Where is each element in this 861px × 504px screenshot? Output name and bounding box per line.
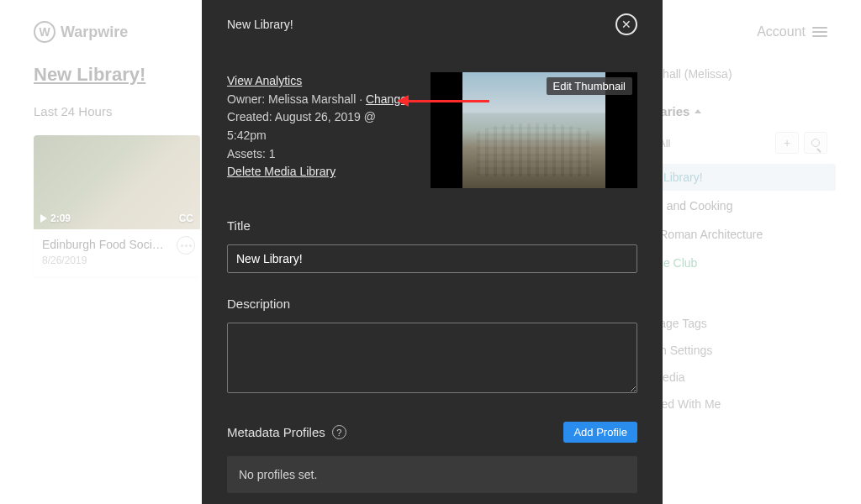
- close-icon: ✕: [621, 18, 631, 31]
- title-label: Title: [227, 218, 637, 233]
- owner-name: Melissa Marshall: [268, 92, 356, 106]
- delete-library-link[interactable]: Delete Media Library: [227, 165, 335, 178]
- modal-title: New Library!: [227, 18, 293, 31]
- close-button[interactable]: ✕: [615, 13, 637, 35]
- change-owner-link[interactable]: Change: [366, 92, 407, 106]
- library-settings-modal: New Library! ✕ View Analytics Owner: Mel…: [202, 0, 663, 504]
- edit-thumbnail-button[interactable]: Edit Thumbnail: [547, 77, 632, 95]
- description-textarea[interactable]: [227, 323, 637, 393]
- owner-sep: ·: [356, 92, 366, 106]
- add-profile-button[interactable]: Add Profile: [563, 422, 637, 443]
- owner-prefix: Owner:: [227, 92, 268, 106]
- view-analytics-link[interactable]: View Analytics: [227, 74, 302, 87]
- profiles-status: No profiles set.: [227, 456, 637, 493]
- library-thumbnail: Edit Thumbnail: [430, 72, 637, 188]
- metadata-profiles-label: Metadata Profiles: [227, 425, 325, 439]
- description-label: Description: [227, 297, 637, 311]
- title-input[interactable]: [227, 244, 637, 273]
- help-icon[interactable]: ?: [332, 425, 346, 439]
- assets-line: Assets: 1: [227, 147, 276, 160]
- library-info-text: View Analytics Owner: Melissa Marshall ·…: [227, 72, 410, 188]
- created-line: Created: August 26, 2019 @ 5:42pm: [227, 110, 376, 142]
